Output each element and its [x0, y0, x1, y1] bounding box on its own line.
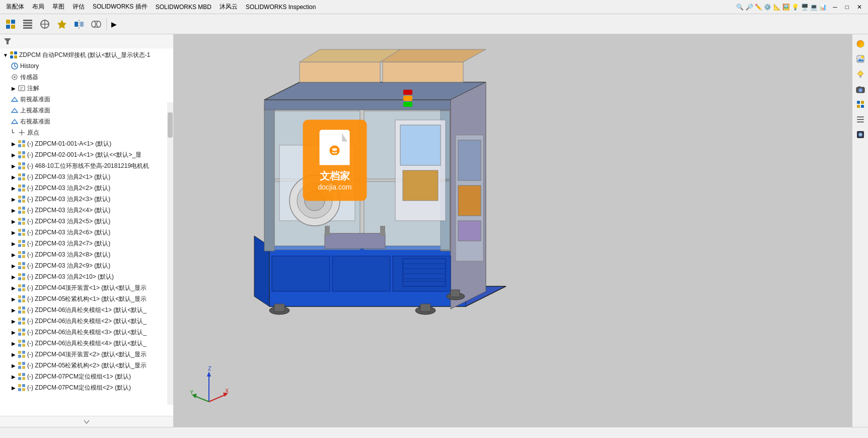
svg-rect-208	[858, 86, 860, 88]
tree-item-c01[interactable]: ▶ (-) ZDPCM-01-001-A<1> (默认)	[0, 138, 173, 149]
tree-item-plane-front[interactable]: 前视基准面	[0, 94, 173, 105]
expand-icon-c01[interactable]: ▶	[10, 140, 17, 147]
tree-item-c12[interactable]: ▶ (-) ZDPCM-03 治具2<9> (默认)	[0, 260, 173, 271]
tree-item-c05[interactable]: ▶ (-) ZDPCM-03 治具2<2> (默认)	[0, 182, 173, 194]
tree-item-c23[interactable]: ▶ (-) ZDPCM-07PCM定位模组<2> (默认)	[0, 382, 173, 393]
tree-item-c08[interactable]: ▶ (-) ZDPCM-03 治具2<5> (默认)	[0, 216, 173, 227]
component-icon-c04	[17, 172, 26, 181]
tree-item-sensor[interactable]: 传感器	[0, 72, 173, 83]
tree-item-history[interactable]: History	[0, 60, 173, 72]
expand-icon-c02[interactable]: ▶	[10, 151, 17, 158]
svg-rect-137	[264, 100, 451, 110]
svg-rect-27	[19, 86, 25, 91]
expand-icon-c19[interactable]: ▶	[10, 340, 17, 347]
menu-item-evaluate[interactable]: 评估	[68, 1, 89, 13]
smart-btn[interactable]	[54, 16, 70, 32]
close-button[interactable]: ✕	[853, 0, 866, 14]
root-expand-icon[interactable]: ▼	[2, 51, 9, 58]
tree-item-c15[interactable]: ▶ (-) ZDPCM-05松紧机构<1> (默认<默认_显示	[0, 293, 173, 304]
svg-rect-53	[18, 177, 21, 180]
expand-icon-c09[interactable]: ▶	[10, 229, 17, 236]
scroll-thumb[interactable]	[168, 112, 173, 138]
menu-item-sketch[interactable]: 草图	[48, 1, 68, 13]
menu-item-sw-inspection[interactable]: SOLIDWORKS Inspection	[242, 2, 320, 13]
view-palette-btn[interactable]	[853, 97, 867, 111]
menu-item-mufengyun[interactable]: 沐风云	[215, 1, 242, 13]
toolbar-more-btn[interactable]: ▶	[108, 20, 120, 28]
svg-rect-82	[22, 255, 25, 258]
toolbar-separator	[106, 18, 107, 30]
tree-item-c06[interactable]: ▶ (-) ZDPCM-03 治具2<3> (默认)	[0, 194, 173, 205]
component-btn[interactable]	[37, 16, 53, 32]
component-icon-c16	[17, 305, 26, 315]
appearance-btn[interactable]	[853, 37, 867, 51]
tree-item-c11[interactable]: ▶ (-) ZDPCM-03 治具2<8> (默认)	[0, 249, 173, 260]
tree-item-c22[interactable]: ▶ (-) ZDPCM-07PCM定位模组<1> (默认)	[0, 371, 173, 382]
tree-item-c03[interactable]: ▶ (-) 468-10工位环形线不垫高-20181219电机机	[0, 160, 173, 171]
annotation-expand-icon[interactable]: ▶	[10, 85, 17, 92]
viewport[interactable]: 文档家 docjia.com Z X Y	[174, 34, 852, 427]
expand-icon-c15[interactable]: ▶	[10, 295, 17, 302]
expand-icon-c17[interactable]: ▶	[10, 318, 17, 325]
menu-item-layout[interactable]: 布局	[28, 1, 48, 13]
tree-item-c20[interactable]: ▶ (-) ZDPCM-04顶开装置<2> (默认<默认_显示	[0, 349, 173, 360]
tree-item-c13[interactable]: ▶ (-) ZDPCM-03 治具2<10> (默认)	[0, 271, 173, 282]
svg-rect-130	[22, 388, 25, 391]
lighting-btn[interactable]	[853, 67, 867, 81]
tree-item-plane-right[interactable]: 右视基准面	[0, 116, 173, 127]
tree-item-c09[interactable]: ▶ (-) ZDPCM-03 治具2<6> (默认)	[0, 227, 173, 238]
tree-item-c10[interactable]: ▶ (-) ZDPCM-03 治具2<7> (默认)	[0, 238, 173, 249]
filter-btn[interactable]	[2, 36, 13, 47]
menu-item-assembly[interactable]: 装配体	[2, 1, 28, 13]
scroll-track[interactable]	[167, 102, 173, 405]
svg-rect-107	[18, 329, 21, 332]
assembly-btn[interactable]	[3, 16, 19, 32]
display-manager-btn[interactable]	[853, 112, 867, 127]
tree-item-annotation[interactable]: ▶ 注解	[0, 83, 173, 94]
expand-icon-c10[interactable]: ▶	[10, 240, 17, 247]
tree-item-c07[interactable]: ▶ (-) ZDPCM-03 治具2<4> (默认)	[0, 205, 173, 216]
expand-icon-c22[interactable]: ▶	[10, 373, 17, 380]
expand-icon-c16[interactable]: ▶	[10, 306, 17, 314]
tree-container[interactable]: ▼ ZDPCM 自动PCM焊接机 (默认<默认_显示状态-1 History	[0, 48, 173, 416]
realview-btn[interactable]	[853, 128, 867, 142]
expand-icon-c04[interactable]: ▶	[10, 173, 17, 180]
expand-icon-c03[interactable]: ▶	[10, 162, 17, 169]
tree-item-c17[interactable]: ▶ (-) ZDPCM-06治具松夹模组<2> (默认<默认_	[0, 316, 173, 327]
tree-item-c19[interactable]: ▶ (-) ZDPCM-06治具松夹模组<4> (默认<默认_	[0, 338, 173, 349]
menu-item-sw-plugins[interactable]: SOLIDWORKS 插件	[89, 1, 152, 13]
tree-item-origin[interactable]: └ 原点	[0, 127, 173, 138]
table-btn[interactable]	[20, 16, 36, 32]
expand-icon-c12[interactable]: ▶	[10, 262, 17, 269]
camera-btn[interactable]	[853, 82, 867, 96]
expand-icon-c07[interactable]: ▶	[10, 207, 17, 214]
expand-icon-c14[interactable]: ▶	[10, 284, 17, 291]
scene-btn[interactable]	[853, 52, 867, 66]
maximize-button[interactable]: □	[841, 0, 853, 14]
tree-root[interactable]: ▼ ZDPCM 自动PCM焊接机 (默认<默认_显示状态-1	[0, 49, 173, 60]
minimize-button[interactable]: ─	[829, 0, 841, 14]
expand-icon-c20[interactable]: ▶	[10, 351, 17, 358]
tree-item-c16[interactable]: ▶ (-) ZDPCM-06治具松夹模组<1> (默认<默认_	[0, 304, 173, 316]
tree-item-c02[interactable]: ▶ (-) ZDPCM-02-001-A<1> (默认<<默认>_显	[0, 149, 173, 160]
expand-icon-c18[interactable]: ▶	[10, 329, 17, 336]
tree-item-plane-top[interactable]: 上视基准面	[0, 105, 173, 116]
status-bar	[0, 427, 868, 438]
mirror-btn[interactable]	[71, 16, 87, 32]
expand-icon-c11[interactable]: ▶	[10, 251, 17, 258]
menu-item-sw-mbd[interactable]: SOLIDWORKS MBD	[152, 2, 215, 13]
tree-scroll-bottom[interactable]	[0, 416, 173, 427]
expand-icon-c21[interactable]: ▶	[10, 362, 17, 369]
expand-icon-c23[interactable]: ▶	[10, 384, 17, 391]
expand-icon-c13[interactable]: ▶	[10, 273, 17, 280]
expand-icon-c05[interactable]: ▶	[10, 184, 17, 192]
tree-item-c21[interactable]: ▶ (-) ZDPCM-05松紧机构<2> (默认<默认_显示	[0, 360, 173, 371]
expand-icon-c06[interactable]: ▶	[10, 196, 17, 203]
tree-item-c04[interactable]: ▶ (-) ZDPCM-03 治具2<1> (默认)	[0, 171, 173, 182]
expand-icon-c08[interactable]: ▶	[10, 218, 17, 225]
svg-rect-3	[11, 25, 15, 29]
belt-btn[interactable]	[88, 16, 104, 32]
svg-rect-51	[18, 173, 21, 176]
tree-item-c18[interactable]: ▶ (-) ZDPCM-06治具松夹模组<3> (默认<默认_	[0, 327, 173, 338]
tree-item-c14[interactable]: ▶ (-) ZDPCM-04顶开装置<1> (默认<默认_显示	[0, 282, 173, 293]
